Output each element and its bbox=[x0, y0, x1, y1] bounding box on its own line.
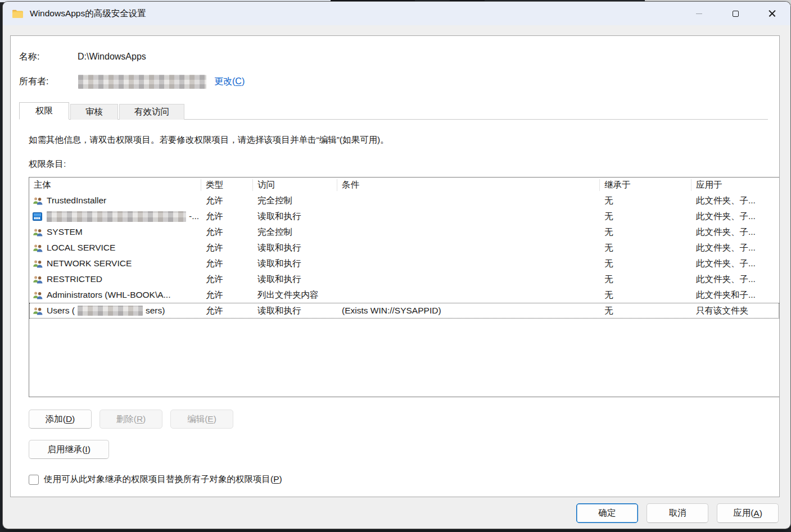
close-icon bbox=[769, 10, 776, 17]
cancel-button[interactable]: 取消 bbox=[647, 503, 708, 523]
dialog-footer: 确定 取消 应用(A) bbox=[3, 497, 790, 529]
entry-applies-to: 此文件夹、子... bbox=[691, 274, 779, 285]
principal-name: sers) bbox=[146, 306, 165, 316]
entry-access: 读取和执行 bbox=[253, 274, 337, 285]
column-header[interactable]: 条件 bbox=[337, 179, 600, 191]
permission-entry-row[interactable]: Administrators (WHL-BOOK\A...允许列出文件夹内容无此… bbox=[29, 287, 779, 303]
group-icon bbox=[33, 259, 44, 268]
entry-access: 列出文件夹内容 bbox=[253, 289, 337, 301]
entry-access: 读取和执行 bbox=[253, 305, 337, 317]
principal-name: TrustedInstaller bbox=[47, 195, 106, 206]
app-package-icon bbox=[33, 212, 44, 221]
column-header[interactable]: 主体 bbox=[29, 179, 201, 191]
entry-access: 读取和执行 bbox=[253, 211, 337, 222]
entry-inherited-from: 无 bbox=[600, 289, 691, 301]
group-icon bbox=[33, 196, 44, 205]
entry-access: 读取和执行 bbox=[253, 258, 337, 270]
permission-entry-row[interactable]: Users (sers)允许读取和执行(Exists WIN://SYSAPPI… bbox=[29, 303, 779, 319]
entry-type: 允许 bbox=[201, 226, 253, 238]
permission-entries-label: 权限条目: bbox=[29, 158, 768, 170]
maximize-button[interactable] bbox=[717, 2, 754, 25]
tab-auditing[interactable]: 审核 bbox=[70, 104, 118, 120]
entry-type: 允许 bbox=[201, 274, 253, 285]
owner-row: 所有者: 更改(C) bbox=[19, 73, 768, 90]
permission-entries-table[interactable]: 主体类型访问条件继承于应用于 TrustedInstaller允许完全控制无此文… bbox=[29, 177, 780, 397]
entry-type: 允许 bbox=[201, 242, 253, 254]
entry-inherited-from: 无 bbox=[600, 195, 691, 207]
permission-entry-row[interactable]: SYSTEM允许完全控制无此文件夹、子... bbox=[29, 224, 779, 240]
entry-action-buttons: 添加(D) 删除(R) 编辑(E) bbox=[29, 410, 768, 429]
redacted-principal bbox=[47, 211, 186, 222]
entry-applies-to: 此文件夹、子... bbox=[691, 242, 779, 254]
entry-applies-to: 此文件夹、子... bbox=[691, 226, 779, 238]
ok-button[interactable]: 确定 bbox=[576, 503, 638, 523]
content-panel: 名称: D:\WindowsApps 所有者: 更改(C) 权限 审核 有效访问… bbox=[10, 35, 780, 497]
redacted-principal bbox=[78, 306, 143, 316]
inheritance-row: 启用继承(I) bbox=[29, 440, 768, 459]
column-header[interactable]: 继承于 bbox=[600, 179, 691, 191]
group-icon bbox=[33, 306, 44, 315]
entry-inherited-from: 无 bbox=[600, 226, 691, 238]
principal-name: RESTRICTED bbox=[47, 274, 102, 284]
principal-name: SYSTEM bbox=[47, 227, 83, 237]
table-header: 主体类型访问条件继承于应用于 bbox=[29, 178, 779, 193]
apply-button[interactable]: 应用(A) bbox=[717, 503, 779, 523]
dialog-body: 名称: D:\WindowsApps 所有者: 更改(C) 权限 审核 有效访问… bbox=[3, 25, 790, 497]
entry-access: 完全控制 bbox=[253, 195, 337, 207]
replace-child-permissions-label[interactable]: 使用可从此对象继承的权限项目替换所有子对象的权限项目(P) bbox=[44, 474, 282, 485]
entry-type: 允许 bbox=[201, 211, 253, 222]
entry-inherited-from: 无 bbox=[600, 211, 691, 222]
add-button[interactable]: 添加(D) bbox=[29, 410, 92, 429]
maximize-icon bbox=[733, 11, 739, 17]
entry-applies-to: 此文件夹、子... bbox=[691, 211, 779, 222]
principal-name: Administrators (WHL-BOOK\A... bbox=[47, 290, 170, 300]
column-header[interactable]: 应用于 bbox=[691, 179, 779, 191]
entry-applies-to: 此文件夹、子... bbox=[691, 195, 779, 207]
entry-applies-to: 此文件夹、子... bbox=[691, 258, 779, 270]
replace-child-permissions-checkbox[interactable] bbox=[29, 475, 39, 485]
permission-entry-row[interactable]: RESTRICTED允许读取和执行无此文件夹、子... bbox=[29, 271, 779, 287]
instruction-text: 如需其他信息，请双击权限项目。若要修改权限项目，请选择该项目并单击“编辑”(如果… bbox=[29, 134, 768, 146]
entry-type: 允许 bbox=[201, 305, 253, 317]
minimize-button[interactable] bbox=[681, 2, 717, 25]
owner-label: 所有者: bbox=[19, 76, 78, 88]
enable-inheritance-button[interactable]: 启用继承(I) bbox=[29, 440, 109, 459]
minimize-icon bbox=[696, 13, 702, 14]
group-icon bbox=[33, 290, 44, 299]
close-button[interactable] bbox=[754, 2, 790, 25]
column-header[interactable]: 类型 bbox=[201, 179, 253, 191]
permissions-tabpage: 如需其他信息，请双击权限项目。若要修改权限项目，请选择该项目并单击“编辑”(如果… bbox=[19, 134, 768, 485]
edit-button[interactable]: 编辑(E) bbox=[170, 410, 233, 429]
entry-applies-to: 此文件夹和子... bbox=[691, 289, 779, 301]
permission-entry-row[interactable]: TrustedInstaller允许完全控制无此文件夹、子... bbox=[29, 193, 779, 208]
principal-name: NETWORK SERVICE bbox=[47, 258, 132, 269]
group-icon bbox=[33, 275, 44, 284]
tabstrip: 权限 审核 有效访问 bbox=[19, 102, 768, 120]
remove-button[interactable]: 删除(R) bbox=[100, 410, 162, 429]
principal-name: -... bbox=[189, 211, 199, 221]
entry-inherited-from: 无 bbox=[600, 242, 691, 254]
principal-name: LOCAL SERVICE bbox=[47, 243, 115, 253]
principal-name: Users ( bbox=[47, 306, 75, 316]
change-owner-link[interactable]: 更改(C) bbox=[214, 76, 245, 88]
tab-effective-access[interactable]: 有效访问 bbox=[119, 104, 184, 120]
permission-entry-row[interactable]: -...允许读取和执行无此文件夹、子... bbox=[29, 208, 779, 224]
owner-value-redacted bbox=[78, 75, 206, 89]
name-value: D:\WindowsApps bbox=[78, 52, 146, 62]
name-label: 名称: bbox=[19, 51, 78, 63]
entry-type: 允许 bbox=[201, 258, 253, 270]
advanced-security-settings-dialog: WindowsApps的高级安全设置 名称: D:\WindowsApps 所有… bbox=[3, 2, 790, 529]
group-icon bbox=[33, 243, 44, 252]
column-header[interactable]: 访问 bbox=[253, 179, 337, 191]
entry-applies-to: 只有该文件夹 bbox=[691, 305, 779, 317]
tab-permissions[interactable]: 权限 bbox=[19, 102, 69, 120]
entry-access: 完全控制 bbox=[253, 226, 337, 238]
group-icon bbox=[33, 228, 44, 237]
entry-inherited-from: 无 bbox=[600, 274, 691, 285]
entry-type: 允许 bbox=[201, 195, 253, 207]
permission-entry-row[interactable]: LOCAL SERVICE允许读取和执行无此文件夹、子... bbox=[29, 240, 779, 256]
permission-entry-row[interactable]: NETWORK SERVICE允许读取和执行无此文件夹、子... bbox=[29, 256, 779, 271]
entry-condition: (Exists WIN://SYSAPPID) bbox=[337, 306, 600, 316]
entry-inherited-from: 无 bbox=[600, 258, 691, 270]
folder-icon bbox=[12, 8, 24, 19]
